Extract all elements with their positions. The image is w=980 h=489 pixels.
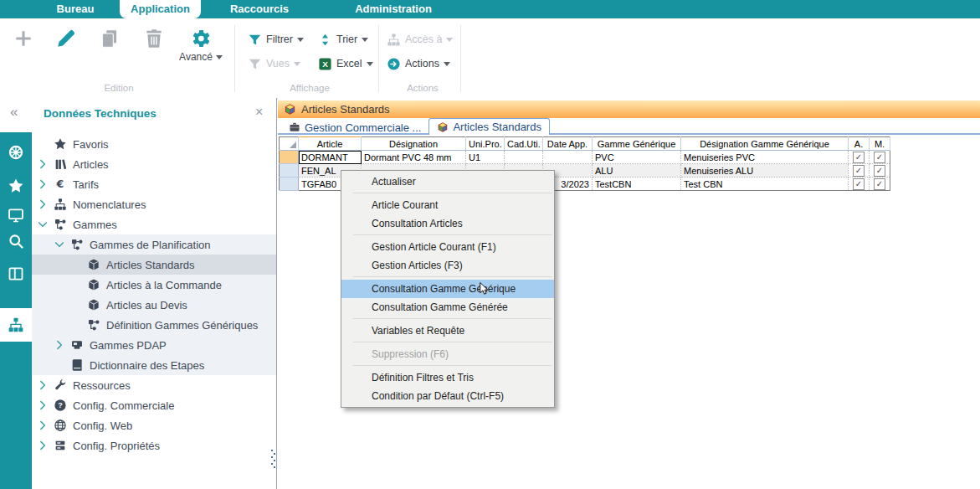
column-header-designation[interactable]: Désignation bbox=[362, 137, 466, 151]
rail-item-favorites-star[interactable] bbox=[0, 169, 32, 203]
cell-gamme_generique[interactable]: ALU bbox=[593, 164, 681, 178]
books-icon bbox=[54, 157, 67, 171]
chevron-right-icon[interactable] bbox=[37, 379, 49, 391]
checkbox-checked[interactable]: ✓ bbox=[874, 152, 885, 163]
column-header-gamme-generique[interactable]: Gamme Générique bbox=[593, 137, 681, 151]
sidebar-item-articles-standards[interactable]: Articles Standards bbox=[32, 255, 276, 275]
rail-item-layout-columns[interactable] bbox=[0, 257, 32, 291]
menu-item-definition-filtres-et-tris[interactable]: Définition Filtres et Tris bbox=[341, 368, 554, 387]
column-header-a[interactable]: A. bbox=[849, 137, 870, 151]
row-selector[interactable] bbox=[280, 164, 299, 178]
menu-item-gestion-articles-f3[interactable]: Gestion Articles (F3) bbox=[341, 256, 554, 275]
chevron-down-icon[interactable] bbox=[54, 239, 65, 250]
chevron-right-icon[interactable] bbox=[54, 339, 65, 351]
copy-button[interactable] bbox=[99, 28, 121, 49]
sidebar-item-favoris[interactable]: Favoris bbox=[32, 134, 276, 154]
doc-tab-articles-standards[interactable]: Articles Standards bbox=[428, 118, 550, 135]
chevron-right-icon[interactable] bbox=[37, 158, 49, 170]
menu-item-gestion-article-courant-f1[interactable]: Gestion Article Courant (F1) bbox=[341, 238, 554, 256]
add-button[interactable] bbox=[13, 28, 34, 49]
sidebar-item-gammes[interactable]: Gammes bbox=[32, 214, 276, 234]
column-header-cad-uti[interactable]: Cad.Uti. bbox=[505, 137, 543, 151]
sidebar-item-articles-au-devis[interactable]: Articles au Devis bbox=[32, 295, 276, 315]
row-selector[interactable] bbox=[280, 178, 299, 191]
sidebar-splitter[interactable] bbox=[276, 98, 277, 489]
sidebar-item-tarifs[interactable]: €Tarifs bbox=[32, 174, 276, 194]
checkbox-checked[interactable]: ✓ bbox=[874, 178, 885, 190]
cell-m-check: ✓ bbox=[870, 151, 890, 164]
menu-tab-bureau[interactable]: Bureau bbox=[38, 0, 113, 18]
row-selector[interactable] bbox=[280, 151, 299, 164]
rail-item-settings-wheel[interactable] bbox=[0, 136, 32, 169]
checkbox-checked[interactable]: ✓ bbox=[853, 178, 865, 190]
help-icon: ? bbox=[54, 399, 67, 412]
cell-uni_pro[interactable]: U1 bbox=[466, 151, 505, 164]
chevron-right-icon[interactable] bbox=[37, 178, 49, 190]
doc-tab-gestion-commerciale[interactable]: Gestion Commerciale ... bbox=[281, 120, 428, 135]
gear-icon bbox=[190, 28, 212, 49]
sidebar-item-label: Nomenclatures bbox=[73, 198, 146, 211]
sitemap-icon bbox=[54, 198, 67, 211]
cell-designation_gamme[interactable]: Menuiseries ALU bbox=[681, 164, 849, 178]
column-header-uni-pro[interactable]: Uni.Pro. bbox=[466, 137, 505, 151]
sidebar-item-config-commerciale[interactable]: ?Config. Commerciale bbox=[32, 395, 276, 415]
splitter-handle[interactable] bbox=[271, 450, 275, 470]
chevron-right-icon[interactable] bbox=[37, 399, 49, 411]
chevron-right-icon[interactable] bbox=[37, 198, 49, 210]
avance-button[interactable]: Avancé bbox=[172, 28, 230, 63]
sidebar-item-config-proprietes[interactable]: Config. Propriétés bbox=[32, 435, 276, 456]
menu-item-consultation-gamme-generique[interactable]: Consultation Gamme Générique bbox=[341, 280, 554, 298]
sidebar-item-articles[interactable]: Articles bbox=[32, 154, 276, 174]
menu-separator bbox=[341, 340, 554, 345]
sidebar-collapse-button[interactable]: « bbox=[10, 104, 18, 121]
sidebar-item-label: Gammes PDAP bbox=[90, 339, 167, 352]
sidebar-item-ressources[interactable]: Ressources bbox=[32, 375, 276, 395]
checkbox-checked[interactable]: ✓ bbox=[853, 165, 865, 177]
column-header-article[interactable]: Article bbox=[299, 137, 362, 151]
rail-item-technical-data-tree[interactable] bbox=[0, 308, 32, 342]
cell-designation_gamme[interactable]: Test CBN bbox=[681, 178, 849, 191]
sidebar-item-definition-gammes-generiques[interactable]: Définition Gammes Génériques bbox=[32, 315, 276, 335]
sidebar-item-config-web[interactable]: Config. Web bbox=[32, 415, 276, 435]
menu-tab-application[interactable]: Application bbox=[120, 0, 201, 18]
cell-designation[interactable]: Dormant PVC 48 mm bbox=[362, 151, 466, 164]
group-label-edition: Edition bbox=[73, 83, 165, 93]
column-header-designation-gamme-generique[interactable]: Désignation Gamme Générique bbox=[681, 137, 849, 151]
edit-pencil-button[interactable] bbox=[55, 28, 77, 49]
sidebar-item-dictionnaire-des-etapes[interactable]: Dictionnaire des Etapes bbox=[32, 355, 276, 375]
column-header-date-app[interactable]: Date App. bbox=[543, 137, 593, 151]
menu-item-consultation-articles[interactable]: Consultation Articles bbox=[341, 214, 554, 233]
menu-item-condition-par-defaut-ctrl-f5[interactable]: Condition par Défaut (Ctrl-F5) bbox=[341, 387, 554, 405]
select-all-cell[interactable] bbox=[280, 137, 299, 151]
delete-button[interactable] bbox=[143, 28, 165, 49]
checkbox-checked[interactable]: ✓ bbox=[853, 152, 865, 163]
chevron-right-icon[interactable] bbox=[37, 420, 49, 431]
cell-article[interactable]: DORMANT bbox=[299, 151, 362, 164]
chevron-down-icon[interactable] bbox=[37, 219, 49, 230]
actions-button[interactable]: Actions bbox=[387, 54, 450, 73]
sidebar-item-gammes-pdap[interactable]: Gammes PDAP bbox=[32, 335, 276, 355]
server-icon bbox=[54, 439, 67, 452]
menu-item-article-courant[interactable]: Article Courant bbox=[341, 196, 554, 214]
cell-date_app[interactable] bbox=[543, 151, 593, 164]
trier-button[interactable]: Trier bbox=[318, 30, 368, 49]
chevron-right-icon[interactable] bbox=[37, 440, 49, 451]
column-header-m[interactable]: M. bbox=[870, 137, 890, 151]
sidebar-item-gammes-de-planification[interactable]: Gammes de Planification bbox=[32, 234, 276, 255]
cell-gamme_generique[interactable]: TestCBN bbox=[593, 178, 681, 191]
menu-item-consultation-gamme-generee[interactable]: Consultation Gamme Générée bbox=[341, 298, 554, 317]
filtrer-button[interactable]: Filtrer bbox=[248, 30, 304, 49]
cell-cad_uti[interactable] bbox=[505, 151, 543, 164]
checkbox-checked[interactable]: ✓ bbox=[874, 165, 885, 177]
cell-designation_gamme[interactable]: Menuiseries PVC bbox=[681, 151, 849, 164]
cell-gamme_generique[interactable]: PVC bbox=[593, 151, 681, 164]
excel-export-button[interactable]: X Excel bbox=[318, 54, 373, 73]
sidebar-item-nomenclatures[interactable]: Nomenclatures bbox=[32, 194, 276, 214]
sidebar-close-button[interactable]: × bbox=[255, 105, 263, 120]
menu-item-variables-et-requete[interactable]: Variables et Requête bbox=[341, 322, 554, 340]
menu-tab-administration[interactable]: Administration bbox=[335, 0, 452, 18]
rail-item-search[interactable] bbox=[0, 224, 32, 258]
menu-tab-raccourcis[interactable]: Raccourcis bbox=[213, 0, 305, 18]
sidebar-item-articles-a-la-commande[interactable]: Articles à la Commande bbox=[32, 275, 276, 295]
menu-item-actualiser[interactable]: Actualiser bbox=[341, 172, 554, 191]
